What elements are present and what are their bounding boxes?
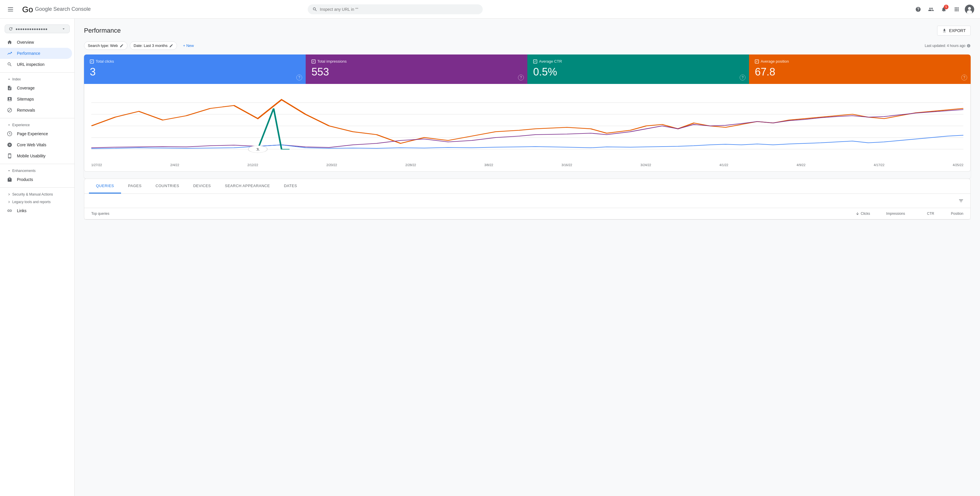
search-type-label: Search type: Web: [88, 43, 118, 48]
sidebar-item-coverage[interactable]: Coverage: [0, 82, 72, 93]
sidebar-section-legacy[interactable]: Legacy tools and reports: [0, 198, 75, 205]
tab-devices[interactable]: DEVICES: [186, 179, 218, 193]
topbar-icons: 5: [912, 3, 975, 15]
metric-value-ctr: 0.5%: [533, 66, 743, 78]
sidebar-label-overview: Overview: [17, 40, 34, 44]
metric-card-impressions[interactable]: Total impressions 553 ?: [305, 54, 527, 84]
sidebar-section-enhancements[interactable]: Enhancements: [0, 166, 75, 174]
logo[interactable]: Google Google Search Console: [21, 3, 91, 15]
index-section-label: Index: [12, 77, 21, 81]
divider-1: [0, 72, 75, 73]
avatar-button[interactable]: [964, 3, 975, 15]
sidebar-label-sitemaps: Sitemaps: [17, 97, 34, 101]
people-button[interactable]: [925, 3, 937, 15]
search-type-filter[interactable]: Search type: Web: [84, 41, 127, 50]
notification-count: 5: [944, 5, 948, 10]
metric-label-impressions: Total impressions: [312, 59, 522, 63]
removals-icon: [7, 108, 12, 113]
ctr-help[interactable]: ?: [740, 74, 746, 81]
col-header-clicks[interactable]: Clicks: [835, 212, 870, 216]
chart-area: 1: [91, 91, 963, 161]
sidebar-item-performance[interactable]: Performance: [0, 48, 72, 59]
tab-content-header: [84, 194, 970, 208]
sidebar-item-links[interactable]: Links: [0, 205, 72, 216]
sidebar-section-experience[interactable]: Experience: [0, 120, 75, 128]
chevron-down-exp-icon: [7, 123, 11, 127]
apps-button[interactable]: [951, 3, 963, 15]
sidebar-item-mobile-usability[interactable]: Mobile Usability: [0, 151, 72, 162]
sidebar-item-url-inspection[interactable]: URL inspection: [0, 59, 72, 70]
mobile-icon: [7, 153, 12, 158]
page-title: Performance: [84, 27, 121, 34]
sidebar-label-core-web-vitals: Core Web Vitals: [17, 143, 46, 147]
search-input[interactable]: [320, 7, 478, 12]
metric-card-position[interactable]: Average position 67.8 ?: [749, 54, 970, 84]
sidebar-label-mobile-usability: Mobile Usability: [17, 154, 46, 158]
property-selector[interactable]: ●●●●●●●●●●●●●●: [5, 24, 70, 33]
sidebar-section-security[interactable]: Security & Manual Actions: [0, 190, 75, 198]
metric-value-position: 67.8: [755, 66, 965, 78]
metric-card-ctr[interactable]: Average CTR 0.5% ?: [527, 54, 749, 84]
export-button[interactable]: EXPORT: [937, 25, 970, 36]
impressions-help[interactable]: ?: [518, 74, 524, 81]
date-filter[interactable]: Date: Last 3 months: [130, 41, 177, 50]
metric-card-clicks[interactable]: Total clicks 3 ?: [84, 54, 305, 84]
tab-queries[interactable]: QUERIES: [89, 179, 121, 193]
position-checkbox: [755, 59, 759, 63]
sidebar-section-index[interactable]: Index: [0, 75, 75, 82]
gauge-icon: [7, 142, 12, 147]
notifications-button[interactable]: 5: [938, 3, 950, 15]
sidebar: ●●●●●●●●●●●●●● Overview Performance URL …: [0, 19, 75, 496]
home-icon: [7, 40, 12, 45]
divider-4: [0, 187, 75, 188]
search-bar: [308, 5, 483, 14]
sidebar-label-removals: Removals: [17, 108, 35, 113]
performance-widget: Total clicks 3 ? Total impressions 553 ?: [84, 54, 970, 179]
tab-pages[interactable]: PAGES: [121, 179, 148, 193]
filter-list-icon: [958, 198, 964, 203]
date-label: Date: Last 3 months: [134, 43, 167, 48]
info-icon: [967, 44, 970, 48]
tab-countries[interactable]: COUNTRIES: [148, 179, 186, 193]
sidebar-label-url-inspection: URL inspection: [17, 62, 45, 67]
edit-icon: [119, 44, 124, 48]
chevron-right-leg-icon: [7, 200, 11, 204]
sidebar-item-products[interactable]: Products: [0, 174, 72, 185]
legacy-section-label: Legacy tools and reports: [12, 200, 51, 204]
filters-row: Search type: Web Date: Last 3 months + N…: [84, 41, 970, 50]
sidebar-item-overview[interactable]: Overview: [0, 37, 72, 48]
property-name: ●●●●●●●●●●●●●●: [16, 27, 59, 31]
last-updated: Last updated: 4 hours ago: [925, 44, 970, 48]
tab-dates[interactable]: DATES: [277, 179, 304, 193]
search-input-wrap[interactable]: [308, 5, 483, 14]
search-nav-icon: [7, 62, 12, 67]
svg-rect-0: [8, 7, 13, 8]
sidebar-item-core-web-vitals[interactable]: Core Web Vitals: [0, 139, 72, 151]
page-exp-icon: [7, 131, 12, 136]
security-section-label: Security & Manual Actions: [12, 192, 53, 196]
svg-text:Google: Google: [22, 5, 33, 14]
page-header: Performance EXPORT: [84, 25, 970, 36]
tab-search-appearance[interactable]: SEARCH APPEARANCE: [218, 179, 277, 193]
export-label: EXPORT: [949, 28, 966, 33]
svg-rect-1: [8, 9, 13, 10]
sidebar-item-sitemaps[interactable]: Sitemaps: [0, 93, 72, 105]
sidebar-label-page-experience: Page Experience: [17, 132, 48, 136]
edit-date-icon: [169, 44, 173, 48]
metric-label-clicks: Total clicks: [90, 59, 300, 63]
clicks-checkbox: [90, 59, 94, 63]
sidebar-item-page-experience[interactable]: Page Experience: [0, 128, 72, 139]
clicks-help[interactable]: ?: [296, 74, 302, 81]
experience-section-label: Experience: [12, 123, 30, 127]
svg-rect-2: [8, 11, 13, 11]
main-content: Performance EXPORT Search type: Web Date…: [75, 19, 980, 496]
logo-text: Google Search Console: [35, 6, 91, 12]
add-filter-button[interactable]: + New: [180, 42, 197, 49]
sidebar-item-removals[interactable]: Removals: [0, 105, 72, 116]
enhancements-section-label: Enhancements: [12, 169, 36, 173]
table-filter-button[interactable]: [956, 196, 966, 206]
help-button[interactable]: [912, 3, 924, 15]
position-help[interactable]: ?: [961, 74, 967, 81]
menu-button[interactable]: [5, 3, 16, 15]
col-header-ctr: CTR: [905, 212, 934, 216]
